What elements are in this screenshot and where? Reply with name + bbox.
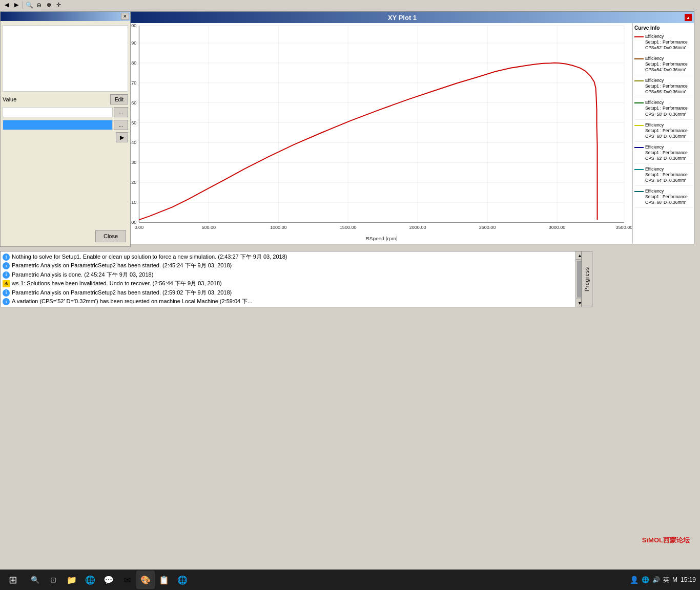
- legend-color-8: [634, 191, 644, 192]
- dots-row-1: ...: [3, 107, 128, 118]
- chart-titlebar: ws-1 XY Plot 1 ▲: [111, 12, 694, 23]
- log-text-2: Parametric Analysis on ParametricSetup2 …: [12, 262, 232, 269]
- left-panel: ✕ Value Edit ... ... ▶: [0, 11, 131, 247]
- dots-button-1[interactable]: ...: [114, 107, 128, 117]
- taskbar-icon-notes[interactable]: 📋: [155, 571, 173, 589]
- legend-title: Curve Info: [634, 25, 692, 31]
- input-field-2-blue[interactable]: [3, 120, 113, 130]
- taskbar-right: 👤 🌐 🔊 英 M 15:19: [630, 576, 700, 584]
- legend-item-6: EfficiencySetup1 : PerformanceCPS=62' D=…: [634, 144, 692, 164]
- taskbar-network-icon[interactable]: 🌐: [642, 576, 649, 583]
- log-icon-info-4: i: [3, 289, 10, 297]
- log-text-1: Nothing to solve for Setup1. Enable or c…: [12, 253, 287, 261]
- svg-text:500.00: 500.00: [201, 225, 216, 230]
- toolbar-icon-zoomout[interactable]: ⊖: [34, 1, 44, 10]
- left-panel-content: Value Edit ... ... ▶: [1, 21, 130, 152]
- legend-item-5: EfficiencySetup1 : PerformanceCPS=60' D=…: [634, 122, 692, 142]
- legend-item-8: EfficiencySetup1 : PerformanceCPS=66' D=…: [634, 188, 692, 208]
- legend-text-4: EfficiencySetup1 : PerformanceCPS=58' D=…: [645, 100, 688, 117]
- legend-text-8: EfficiencySetup1 : PerformanceCPS=66' D=…: [645, 188, 688, 205]
- input-field-1[interactable]: [3, 107, 113, 117]
- log-text-4: ws-1: Solutions have been invalidated. U…: [12, 280, 222, 287]
- legend-text-3: EfficiencySetup1 : PerformanceCPS=56' D=…: [645, 78, 688, 95]
- chart-title: XY Plot 1: [388, 14, 417, 22]
- legend-item-3: EfficiencySetup1 : PerformanceCPS=56' D=…: [634, 78, 692, 97]
- taskbar-input-icon: M: [672, 576, 677, 583]
- chart-flag-icon: ▲: [685, 14, 692, 21]
- left-panel-tree: [3, 25, 128, 92]
- taskbar-icon-paint[interactable]: 🎨: [136, 571, 155, 589]
- legend-color-6: [634, 147, 644, 148]
- svg-text:0.00: 0.00: [135, 225, 144, 230]
- svg-text:2500.00: 2500.00: [479, 225, 496, 230]
- dots-row-2: ...: [3, 119, 128, 131]
- log-entry-3: i Parametric Analysis is done. (2:45:24 …: [3, 271, 573, 279]
- legend-text-5: EfficiencySetup1 : PerformanceCPS=60' D=…: [645, 122, 688, 139]
- dots-button-2[interactable]: ...: [114, 120, 128, 130]
- close-button[interactable]: Close: [95, 230, 126, 242]
- log-entry-4: ⚠ ws-1: Solutions have been invalidated.…: [3, 280, 573, 287]
- log-text-6: A variation (CPS='52' D='0.32mm') has be…: [12, 298, 252, 305]
- chart-svg: 0.00 0.10 0.20 0.30 0.40 0.50 0.60 0.70 …: [111, 23, 632, 244]
- edit-button[interactable]: Edit: [110, 94, 128, 104]
- log-icon-info-1: i: [3, 254, 10, 261]
- start-button[interactable]: ⊞: [0, 570, 26, 590]
- toolbar-icon-fwd[interactable]: ▶: [12, 1, 21, 10]
- chart-plot-area[interactable]: 0.00 0.10 0.20 0.30 0.40 0.50 0.60 0.70 …: [111, 23, 632, 244]
- log-text-5: Parametric Analysis on ParametricSetup2 …: [12, 289, 232, 297]
- chart-inner: 0.00 0.10 0.20 0.30 0.40 0.50 0.60 0.70 …: [111, 23, 694, 244]
- taskbar-search[interactable]: 🔍: [26, 571, 44, 589]
- taskbar-time: 15:19: [681, 576, 696, 583]
- legend-color-7: [634, 169, 644, 170]
- toolbar-icon-pan[interactable]: ✛: [54, 1, 63, 10]
- taskbar-lang: 英: [663, 576, 669, 584]
- left-panel-close-btn[interactable]: ✕: [121, 13, 129, 20]
- legend-color-4: [634, 102, 644, 103]
- log-content[interactable]: i Nothing to solve for Setup1. Enable or…: [1, 251, 575, 307]
- svg-text:1500.00: 1500.00: [340, 225, 357, 230]
- toolbar-icon-back[interactable]: ◀: [2, 1, 11, 10]
- watermark: SiMOL西蒙论坛: [642, 536, 690, 545]
- taskbar-icon-edge[interactable]: 🌐: [81, 571, 99, 589]
- legend-text-7: EfficiencySetup1 : PerformanceCPS=64' D=…: [645, 166, 688, 183]
- arrow-row: ▶: [3, 132, 128, 148]
- log-icon-warn-1: ⚠: [3, 280, 10, 287]
- task-view[interactable]: ⊡: [44, 571, 63, 589]
- legend-text-1: EfficiencySetup1 : PerformanceCPS=52' D=…: [645, 34, 688, 51]
- log-panel: i Nothing to solve for Setup1. Enable or…: [0, 251, 584, 307]
- legend-text-2: EfficiencySetup1 : PerformanceCPS=54' D=…: [645, 56, 688, 73]
- svg-text:2000.00: 2000.00: [409, 225, 426, 230]
- svg-text:3500.00: 3500.00: [616, 225, 632, 230]
- svg-text:3000.00: 3000.00: [549, 225, 566, 230]
- taskbar-icon-mail[interactable]: ✉: [118, 571, 136, 589]
- progress-label: Progress: [584, 267, 590, 291]
- taskbar-icon-chat[interactable]: 💬: [99, 571, 118, 589]
- main-area: ◀ ▶ 🔍 ⊖ ⊗ ✛ ✕ Value Edit ...: [0, 0, 700, 570]
- legend-text-6: EfficiencySetup1 : PerformanceCPS=62' D=…: [645, 144, 688, 161]
- left-panel-titlebar: ✕: [1, 12, 130, 21]
- taskbar-icon-browser[interactable]: 🌐: [173, 571, 192, 589]
- toolbar: ◀ ▶ 🔍 ⊖ ⊗ ✛: [0, 0, 700, 10]
- chart-legend: Curve Info EfficiencySetup1 : Performanc…: [632, 23, 694, 244]
- log-icon-info-3: i: [3, 271, 10, 279]
- legend-color-1: [634, 36, 644, 37]
- taskbar-icon-explorer[interactable]: 📁: [63, 571, 81, 589]
- toolbar-icon-zoomin[interactable]: 🔍: [25, 1, 34, 10]
- svg-text:1000.00: 1000.00: [270, 225, 287, 230]
- log-icon-info-2: i: [3, 262, 10, 269]
- chart-container: ws-1 XY Plot 1 ▲: [110, 11, 694, 244]
- value-edit-row: Value Edit: [3, 94, 128, 105]
- legend-item-7: EfficiencySetup1 : PerformanceCPS=64' D=…: [634, 166, 692, 186]
- log-entry-1: i Nothing to solve for Setup1. Enable or…: [3, 253, 573, 261]
- legend-item-2: EfficiencySetup1 : PerformanceCPS=54' D=…: [634, 56, 692, 75]
- log-entry-5: i Parametric Analysis on ParametricSetup…: [3, 289, 573, 297]
- arrow-right-button[interactable]: ▶: [116, 132, 128, 142]
- log-entry-6: i A variation (CPS='52' D='0.32mm') has …: [3, 298, 573, 305]
- taskbar-person-icon[interactable]: 👤: [630, 576, 639, 584]
- legend-item-1: EfficiencySetup1 : PerformanceCPS=52' D=…: [634, 34, 692, 53]
- toolbar-icon-fit[interactable]: ⊗: [44, 1, 53, 10]
- log-text-3: Parametric Analysis is done. (2:45:24 下午…: [12, 271, 153, 279]
- value-label: Value: [3, 96, 28, 102]
- legend-color-5: [634, 125, 644, 126]
- taskbar-volume-icon[interactable]: 🔊: [652, 576, 660, 583]
